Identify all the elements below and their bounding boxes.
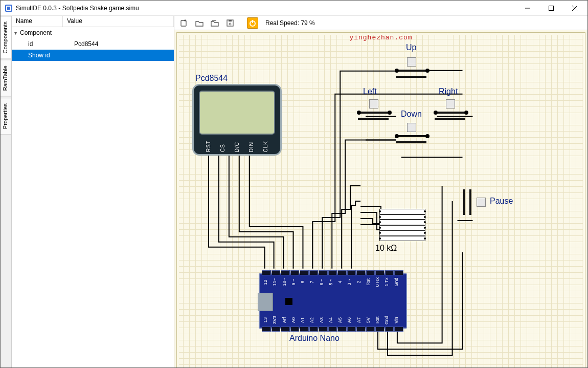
prop-key: Show id: [19, 52, 70, 59]
switch-bar: [358, 112, 389, 114]
switch-bar: [463, 189, 465, 215]
title-bar: SimulIDE 0.0.3 - Softpedia Snake game.si…: [1, 1, 587, 16]
prop-group-row[interactable]: ▾ Component: [12, 27, 174, 38]
open-file-button[interactable]: [194, 17, 205, 29]
switch-bar: [358, 118, 389, 120]
switch-bar: [396, 76, 426, 78]
lcd-pins: RST CS D/C DIN CLK: [201, 136, 273, 152]
resistor-label: 10 kΩ: [375, 244, 397, 253]
lcd-label: Pcd8544: [195, 74, 228, 83]
switch-bar: [435, 112, 465, 114]
app-icon: [5, 4, 13, 12]
btn-up-label: Up: [406, 43, 416, 52]
prop-row-showid[interactable]: Show id: [12, 50, 174, 61]
canvas-scroll[interactable]: yinghezhan.com: [174, 30, 587, 367]
switch-bar: [396, 135, 426, 137]
component-resistor-pack[interactable]: [379, 209, 425, 242]
save-file-button[interactable]: [209, 17, 220, 29]
side-tab-strip: Components RamTable Properties: [1, 16, 12, 367]
switch-up[interactable]: [407, 57, 416, 67]
prop-row-id[interactable]: id Pcd8544: [12, 38, 174, 50]
minimize-button[interactable]: [516, 1, 539, 16]
switch-down[interactable]: [407, 123, 416, 132]
schematic-canvas[interactable]: yinghezhan.com: [176, 32, 585, 367]
saveas-file-button[interactable]: [224, 17, 236, 29]
btn-left-label: Left: [363, 87, 377, 96]
switch-left[interactable]: [369, 99, 378, 109]
switch-bar: [435, 118, 465, 120]
btn-pause-label: Pause: [490, 197, 513, 206]
switch-pause[interactable]: [477, 198, 486, 207]
lcd-screen: [199, 91, 275, 135]
switch-bar: [396, 141, 426, 143]
arduino-bot-pins: [262, 327, 404, 332]
svg-point-6: [229, 23, 231, 25]
mcu-chip-icon: [285, 298, 292, 305]
arduino-top-pins: [262, 270, 404, 275]
window-title: SimulIDE 0.0.3 - Softpedia Snake game.si…: [16, 5, 139, 12]
svg-rect-7: [229, 20, 232, 21]
chevron-down-icon: ▾: [12, 30, 19, 36]
property-panel: Name Value ▾ Component id Pcd8544 Show i…: [12, 16, 174, 367]
toolbar: Real Speed: 79 %: [174, 16, 587, 30]
usb-port-icon: [258, 293, 273, 311]
switch-bar: [396, 70, 426, 72]
col-name[interactable]: Name: [12, 16, 63, 27]
tab-properties[interactable]: Properties: [1, 98, 11, 135]
tab-components[interactable]: Components: [1, 16, 11, 59]
prop-group-label: Component: [19, 29, 63, 36]
tab-ramtable[interactable]: RamTable: [1, 60, 11, 97]
col-value[interactable]: Value: [63, 16, 174, 27]
new-file-button[interactable]: [178, 17, 190, 29]
svg-rect-3: [549, 6, 554, 10]
close-button[interactable]: [563, 1, 586, 16]
component-arduino[interactable]: 1211~10~9 ~876 ~5 ~43 ~2Rst0 Rx1 TxGnd 1…: [259, 273, 407, 329]
arduino-label: Arduino Nano: [289, 334, 340, 343]
component-lcd[interactable]: RST CS D/C DIN CLK: [192, 84, 282, 156]
watermark: yinghezhan.com: [349, 34, 412, 41]
btn-down-label: Down: [401, 110, 422, 119]
prop-value: Pcd8544: [70, 40, 174, 48]
property-header: Name Value: [12, 16, 174, 27]
btn-right-label: Right: [439, 87, 458, 96]
switch-right[interactable]: [446, 99, 455, 109]
speed-label: Real Speed: 79 %: [265, 19, 315, 27]
prop-key: id: [19, 40, 70, 48]
svg-rect-2: [7, 7, 10, 10]
switch-bar: [469, 189, 471, 215]
maximize-button[interactable]: [539, 1, 563, 16]
power-button[interactable]: [247, 17, 258, 29]
